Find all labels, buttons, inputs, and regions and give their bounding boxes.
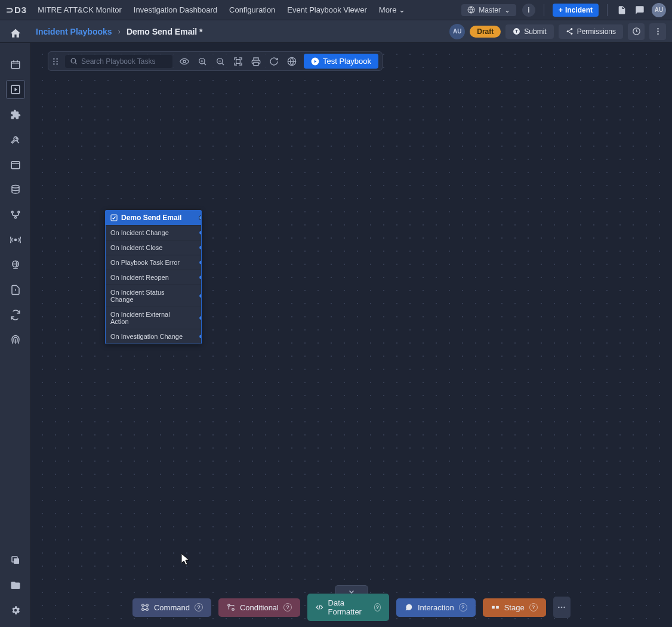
test-playbook-button[interactable]: Test Playbook	[304, 54, 378, 69]
output-port[interactable]	[199, 230, 202, 235]
sidebar-tools-icon[interactable]	[6, 130, 25, 149]
share-icon	[566, 27, 574, 35]
output-port[interactable]	[199, 316, 202, 320]
sidebar-copy-icon[interactable]	[6, 551, 25, 570]
svg-point-15	[14, 217, 16, 218]
nav-event-playbook[interactable]: Event Playbook Viewer	[287, 5, 366, 14]
submit-button[interactable]: Submit	[505, 24, 553, 39]
palette-data-formatter[interactable]: Data Formatter ?	[307, 594, 389, 621]
interaction-icon	[405, 603, 413, 611]
palette-conditional[interactable]: Conditional ?	[218, 598, 300, 617]
permissions-button[interactable]: Permissions	[559, 24, 623, 39]
info-button[interactable]: i	[522, 4, 535, 17]
sidebar-database-icon[interactable]	[6, 180, 25, 199]
visibility-icon[interactable]	[178, 57, 190, 66]
nav-more[interactable]: More ⌄	[379, 5, 406, 14]
svg-point-22	[53, 60, 55, 62]
zoom-in-icon[interactable]	[196, 57, 208, 66]
logo: ⊃D3	[6, 5, 27, 16]
home-icon[interactable]	[7, 25, 24, 42]
node-header[interactable]: Demo Send Email	[106, 211, 201, 225]
output-port[interactable]	[199, 260, 202, 265]
breadcrumb-row: Incident Playbooks › Demo Send Email * A…	[0, 20, 672, 43]
svg-point-26	[71, 58, 76, 63]
node-row[interactable]: On Playbook Task Error	[106, 255, 201, 270]
sidebar-globe-icon[interactable]	[6, 255, 25, 274]
svg-point-20	[53, 58, 55, 60]
nav-investigation[interactable]: Investigation Dashboard	[134, 5, 217, 14]
playbook-root-node[interactable]: Demo Send Email On Incident Change On In…	[105, 210, 202, 344]
refresh-icon[interactable]	[268, 57, 280, 66]
grip-icon[interactable]	[52, 57, 59, 66]
palette-command[interactable]: Command ?	[132, 598, 211, 617]
sidebar-calendar-icon[interactable]	[6, 55, 25, 74]
sidebar-fingerprint-icon[interactable]	[6, 331, 25, 350]
node-row-label: On Incident Status Change	[110, 289, 188, 303]
new-incident-button[interactable]: + Incident	[553, 4, 599, 17]
master-dropdown[interactable]: Master ⌄	[461, 4, 516, 16]
palette-label: Data Formatter	[328, 598, 369, 616]
palette-stage[interactable]: Stage ?	[483, 598, 546, 617]
palette-interaction[interactable]: Interaction ?	[396, 598, 476, 617]
submit-label: Submit	[524, 27, 546, 36]
more-options-button[interactable]	[649, 23, 666, 40]
node-row[interactable]: On Incident Change	[106, 225, 201, 240]
output-port[interactable]	[199, 334, 202, 339]
nav-configuration[interactable]: Configuration	[229, 5, 275, 14]
user-badge[interactable]: AU	[449, 24, 465, 39]
node-row-label: On Incident Close	[110, 244, 162, 251]
node-row[interactable]: On Incident Close	[106, 240, 201, 255]
stage-icon	[491, 603, 500, 611]
zoom-out-icon[interactable]	[214, 57, 226, 66]
help-icon[interactable]: ?	[529, 603, 538, 611]
playbook-canvas[interactable]: Test Playbook Demo Send Email On Inciden…	[31, 43, 672, 627]
node-row[interactable]: On Incident Status Change	[106, 285, 201, 307]
search-icon	[70, 57, 78, 65]
help-icon[interactable]: ?	[283, 603, 292, 611]
breadcrumb-parent[interactable]: Incident Playbooks	[36, 27, 112, 36]
svg-point-25	[56, 63, 58, 65]
output-port[interactable]	[199, 275, 202, 280]
svg-point-24	[53, 63, 55, 65]
node-row[interactable]: On Incident External Action	[106, 307, 201, 329]
node-row[interactable]: On Investigation Change	[106, 329, 201, 344]
sidebar-schedule-icon[interactable]	[6, 155, 25, 174]
palette: Command ? Conditional ? Data Formatter ?…	[132, 594, 571, 621]
node-row-label: On Incident External Action	[110, 311, 188, 325]
svg-rect-18	[14, 558, 19, 564]
nav-mitre[interactable]: MITRE ATT&CK Monitor	[38, 5, 122, 14]
fit-icon[interactable]	[232, 57, 244, 66]
node-row[interactable]: On Incident Reopen	[106, 270, 201, 285]
output-port[interactable]	[199, 294, 202, 298]
help-icon[interactable]: ?	[374, 603, 380, 611]
help-icon[interactable]: ?	[459, 603, 467, 611]
user-avatar[interactable]: AU	[652, 3, 666, 17]
search-input[interactable]	[81, 57, 165, 66]
sidebar-sync-icon[interactable]	[6, 305, 25, 325]
svg-point-45	[564, 607, 566, 609]
sidebar-settings-icon[interactable]	[6, 601, 25, 620]
sidebar-report-icon[interactable]	[6, 280, 25, 299]
sidebar-broadcast-icon[interactable]	[6, 230, 25, 249]
print-icon[interactable]	[250, 57, 262, 66]
output-port[interactable]	[199, 245, 202, 250]
sidebar-folder-icon[interactable]	[6, 576, 25, 595]
svg-rect-31	[254, 62, 258, 65]
globe-icon[interactable]	[286, 57, 298, 66]
svg-point-12	[12, 186, 19, 189]
help-icon[interactable]: ?	[195, 603, 203, 611]
history-button[interactable]	[628, 23, 645, 40]
upload-icon	[513, 27, 520, 35]
svg-point-14	[17, 211, 19, 213]
svg-point-6	[657, 28, 659, 30]
svg-rect-36	[146, 604, 149, 607]
sidebar-branch-icon[interactable]	[6, 205, 25, 224]
chat-icon[interactable]	[634, 4, 646, 16]
palette-more[interactable]	[553, 597, 571, 618]
top-header: ⊃D3 MITRE ATT&CK Monitor Investigation D…	[0, 0, 672, 20]
sidebar-playbook-icon[interactable]	[6, 80, 25, 99]
sidebar-puzzle-icon[interactable]	[6, 105, 25, 124]
output-port[interactable]	[199, 215, 202, 220]
document-icon[interactable]	[616, 4, 628, 16]
svg-point-4	[571, 33, 572, 35]
